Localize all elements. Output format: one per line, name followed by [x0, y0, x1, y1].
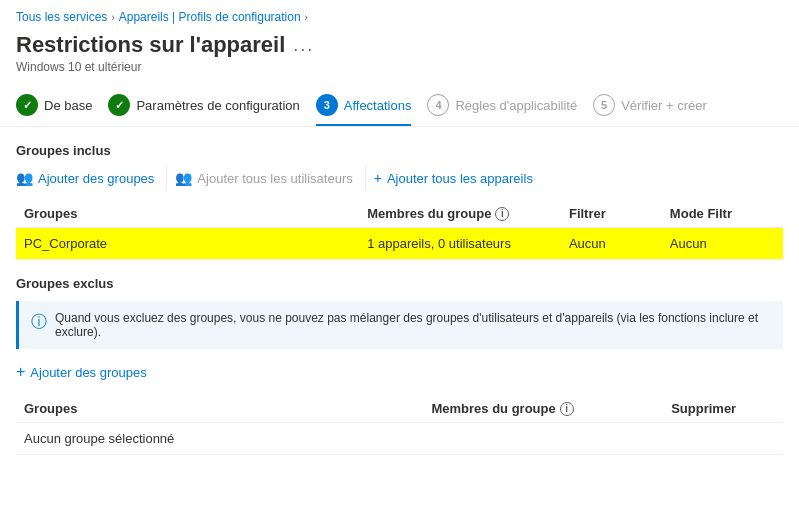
breadcrumb-all-services[interactable]: Tous les services: [16, 10, 107, 24]
groupes-inclus-label: Groupes inclus: [16, 143, 783, 158]
step-4-label: Règles d'applicabilité: [455, 98, 577, 113]
step-verifier[interactable]: 5 Vérifier + créer: [593, 94, 723, 126]
table-row[interactable]: PC_Corporate 1 appareils, 0 utilisateurs…: [16, 228, 783, 260]
cell-no-groupe: Aucun groupe sélectionné: [16, 423, 423, 455]
col-header-groupes-exclus: Groupes: [16, 395, 423, 423]
membres-info-icon-exclus[interactable]: i: [560, 402, 574, 416]
step-regles[interactable]: 4 Règles d'applicabilité: [427, 94, 593, 126]
step-2-circle: ✓: [108, 94, 130, 116]
page-subtitle: Windows 10 et ultérieur: [16, 60, 783, 74]
page-title: Restrictions sur l'appareil: [16, 32, 285, 58]
breadcrumb-sep-2: ›: [305, 12, 308, 23]
info-banner-icon: ⓘ: [31, 312, 47, 333]
ajouter-groupes-inclus-button[interactable]: 👥 Ajouter des groupes: [16, 166, 166, 190]
breadcrumb-appareils[interactable]: Appareils | Profils de configuration: [119, 10, 301, 24]
main-content: Groupes inclus 👥 Ajouter des groupes 👥 A…: [0, 127, 799, 455]
step-5-label: Vérifier + créer: [621, 98, 707, 113]
groupes-exclus-label: Groupes exclus: [16, 276, 783, 291]
ajouter-appareils-icon: +: [374, 170, 382, 186]
step-2-label: Paramètres de configuration: [136, 98, 299, 113]
page-header: Restrictions sur l'appareil ... Windows …: [0, 28, 799, 82]
col-header-membres-exclus: Membres du groupe i: [423, 395, 663, 423]
info-banner-text: Quand vous excluez des groupes, vous ne …: [55, 311, 771, 339]
groupes-exclus-table: Groupes Membres du groupe i Supprimer: [16, 395, 783, 455]
step-4-circle: 4: [427, 94, 449, 116]
step-1-label: De base: [44, 98, 92, 113]
cell-supprimer-empty: [663, 423, 783, 455]
table-row: Aucun groupe sélectionné: [16, 423, 783, 455]
action-bar-inclus: 👥 Ajouter des groupes 👥 Ajouter tous les…: [16, 166, 783, 190]
ajouter-appareils-button[interactable]: + Ajouter tous les appareils: [365, 166, 545, 190]
ajouter-groupes-exclus-label: Ajouter des groupes: [30, 365, 146, 380]
ajouter-utilisateurs-button[interactable]: 👥 Ajouter tous les utilisateurs: [166, 166, 364, 190]
col-header-mode-filtre: Mode Filtr: [662, 200, 783, 228]
more-options-button[interactable]: ...: [293, 35, 314, 56]
cell-groupe-name: PC_Corporate: [16, 228, 359, 260]
wizard-steps: ✓ De base ✓ Paramètres de configuration …: [0, 82, 799, 127]
cell-filtre: Aucun: [561, 228, 662, 260]
ajouter-appareils-label: Ajouter tous les appareils: [387, 171, 533, 186]
col-header-filtre: Filtrer: [561, 200, 662, 228]
step-affectations[interactable]: 3 Affectations: [316, 94, 428, 126]
ajouter-utilisateurs-label: Ajouter tous les utilisateurs: [197, 171, 352, 186]
groupes-exclus-section: Groupes exclus ⓘ Quand vous excluez des …: [16, 276, 783, 455]
step-3-label: Affectations: [344, 98, 412, 113]
breadcrumb-sep-1: ›: [111, 12, 114, 23]
col-header-groupes-inclus: Groupes: [16, 200, 359, 228]
breadcrumb: Tous les services › Appareils | Profils …: [0, 0, 799, 28]
step-de-base[interactable]: ✓ De base: [16, 94, 108, 126]
membres-info-icon-inclus[interactable]: i: [495, 207, 509, 221]
step-3-circle: 3: [316, 94, 338, 116]
cell-mode-filtre: Aucun: [662, 228, 783, 260]
cell-membres-empty: [423, 423, 663, 455]
ajouter-groupes-label: Ajouter des groupes: [38, 171, 154, 186]
ajouter-utilisateurs-icon: 👥: [175, 170, 192, 186]
add-icon: +: [16, 363, 25, 381]
groupes-inclus-table: Groupes Membres du groupe i Filtrer Mode…: [16, 200, 783, 260]
ajouter-groupes-icon: 👥: [16, 170, 33, 186]
info-banner: ⓘ Quand vous excluez des groupes, vous n…: [16, 301, 783, 349]
col-header-membres-inclus: Membres du groupe i: [359, 200, 561, 228]
step-parametres[interactable]: ✓ Paramètres de configuration: [108, 94, 315, 126]
step-5-circle: 5: [593, 94, 615, 116]
cell-membres: 1 appareils, 0 utilisateurs: [359, 228, 561, 260]
step-1-circle: ✓: [16, 94, 38, 116]
col-header-supprimer: Supprimer: [663, 395, 783, 423]
ajouter-groupes-exclus-button[interactable]: + Ajouter des groupes: [16, 359, 147, 385]
